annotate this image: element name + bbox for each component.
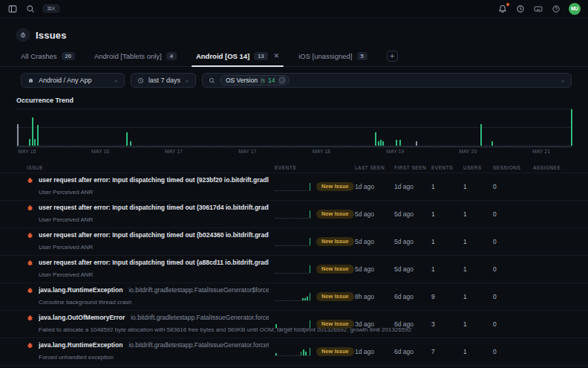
tab-count-badge: 5 [357,52,368,61]
gridline [16,109,572,109]
users-count-cell: 1 [463,210,487,218]
sidebar-toggle-icon[interactable] [7,4,18,14]
filter-search-input[interactable]: OS Version is 14 ✕ ⌄ [202,73,572,88]
issue-subtitle: User Perceived ANR [39,216,93,223]
crash-bug-icon [27,342,33,362]
issue-location: io.bitdrift.gradletestapp.FatalIssueGene… [128,341,269,349]
chevron-down-icon: ⌄ [185,77,189,83]
first-seen-cell: 1d ago [394,183,425,190]
status-badge: New Issue [316,292,354,302]
issue-row[interactable]: user request after error: Input dispatch… [0,200,588,227]
col-header-sessions: Sessions [493,165,527,170]
col-header-issue: Issue [27,165,269,170]
chart-bar [416,141,417,146]
first-seen-cell: 5d ago [394,265,425,273]
app-selector-dropdown[interactable]: Android / Any App ⌄ [21,73,125,88]
chart-bar [396,140,397,146]
events-sparkline [275,182,310,191]
issue-cell: java.lang.RuntimeException io.bitdrift.g… [27,341,269,362]
issue-text: user request after error: Input dispatch… [39,176,269,197]
occurrence-trend-chart[interactable] [16,107,572,146]
user-avatar[interactable]: MU [569,3,581,15]
issue-row[interactable]: user request after error: Input dispatch… [0,227,588,255]
issue-cell: java.lang.OutOfMemoryError io.bitdrift.g… [27,314,269,335]
issue-text: java.lang.RuntimeException io.bitdrift.g… [39,341,269,362]
issue-row[interactable]: java.lang.RuntimeException io.bitdrift.g… [0,283,588,310]
chart-bar [17,124,19,146]
first-seen-cell: 6d ago [394,348,425,355]
status-badge: New Issue [316,320,354,329]
issue-text: user request after error: Input dispatch… [39,204,269,225]
table-header-row: Issue Events Last seen First seen Events… [0,162,588,172]
chart-bar [126,132,128,146]
issue-subtitle: User Perceived ANR [39,244,93,251]
chip-value: 14 [268,77,275,84]
events-count-cell: 7 [431,348,457,355]
chart-bar [382,141,384,146]
issue-cell: user request after error: Input dispatch… [27,231,269,252]
issue-text: java.lang.OutOfMemoryError io.bitdrift.g… [39,314,269,335]
time-range-dropdown[interactable]: last 7 days ⌄ [131,73,196,88]
issue-row[interactable]: user request after error: Input dispatch… [0,255,588,283]
events-sparkline [275,292,310,301]
issue-subtitle: Coroutine background thread crash [39,299,131,306]
events-count-cell: 3 [431,320,457,328]
tab-all-crashes[interactable]: All Crashes 20 [21,52,75,67]
issue-row[interactable]: user request after error: Input dispatch… [0,365,588,368]
issue-row[interactable]: java.lang.RuntimeException io.bitdrift.g… [0,338,588,365]
tab-label: Android [Tablets only] [94,52,162,60]
filter-chip-os-version[interactable]: OS Version is 14 ✕ [220,75,290,85]
events-count-cell: 1 [431,265,457,273]
issue-cell: java.lang.RuntimeException io.bitdrift.g… [27,286,269,307]
first-seen-cell: 5d ago [394,210,425,218]
chevron-down-icon[interactable]: ⌄ [561,77,565,83]
chart-bar [380,140,382,146]
search-icon[interactable] [25,4,36,14]
history-clock-icon[interactable] [515,4,526,14]
tab-label: Android [OS 14] [196,52,249,60]
chart-bar [399,140,401,146]
chip-remove-icon[interactable]: ✕ [278,77,286,84]
issue-cell: user request after error: Input dispatch… [27,204,269,225]
tab-close-icon[interactable]: ✕ [274,52,280,59]
keyboard-icon[interactable] [533,4,543,14]
crash-bug-icon [27,204,33,225]
sessions-count-cell: 0 [493,348,527,355]
chart-bar [130,141,131,146]
tab-android-tablets-only[interactable]: Android [Tablets only] 4 [94,52,177,67]
issue-subtitle: Forced unhandled exception [39,354,114,361]
chart-bar [34,139,36,146]
issue-row[interactable]: java.lang.OutOfMemoryError io.bitdrift.g… [0,310,588,338]
issues-bug-icon [16,28,30,42]
status-badge: New Issue [316,265,354,274]
tab-count-badge: 13 [254,52,267,61]
chart-bar [37,125,39,146]
status-badge: New Issue [316,237,354,247]
crash-bug-icon [27,177,33,197]
chip-operator: is [261,77,265,84]
help-icon[interactable] [551,4,561,14]
issue-title: user request after error: Input dispatch… [39,176,269,184]
add-tab-button[interactable]: + [387,51,398,62]
page-header: Issues [0,18,588,42]
events-sparkline [275,347,310,356]
tab-label: All Crashes [21,52,57,60]
issue-text: user request after error: Input dispatch… [39,259,269,280]
last-seen-cell: 8h ago [355,293,388,300]
x-axis-tick-label: MAY 16 [91,149,109,154]
tab-android-os-14[interactable]: Android [OS 14] 13 ✕ [196,52,279,67]
crash-bug-icon [27,259,33,280]
issue-title: user request after error: Input dispatch… [39,204,269,211]
notifications-bell-icon[interactable] [497,4,508,14]
users-count-cell: 1 [463,183,487,190]
first-seen-cell: 6d ago [394,320,425,328]
tab-ios-unassigned[interactable]: iOS [unassigned] 5 [298,52,368,67]
issue-cell: user request after error: Input dispatch… [27,259,269,280]
android-icon [27,77,34,84]
events-sparkline [275,237,310,246]
issue-row[interactable]: user request after error: Input dispatch… [0,172,588,200]
topbar: ⌘K MU [0,0,588,18]
sessions-count-cell: 0 [493,293,527,300]
col-header-last-seen: Last seen [355,165,388,170]
sessions-count-cell: 0 [493,320,527,328]
